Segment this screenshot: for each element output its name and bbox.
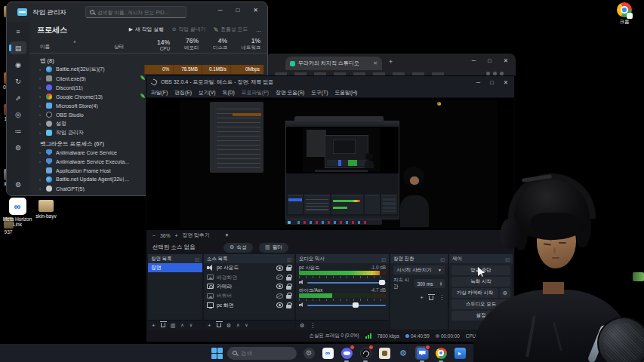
taskbar-icon-obs[interactable] [359,346,372,360]
settings-icon[interactable]: ⚙ [10,178,26,191]
lock-icon[interactable] [286,305,291,308]
maximize-button[interactable]: □ [236,7,239,14]
more-options-button[interactable]: … [256,27,261,32]
zoom-out-button[interactable]: − [153,233,156,238]
lock-icon[interactable] [286,286,291,290]
menu-docks[interactable]: 독(D) [223,89,235,97]
maximize-button[interactable]: □ [490,79,494,86]
mixer-settings-icon[interactable]: ⚙ [300,321,304,330]
search-input[interactable] [85,6,186,18]
speaker-icon[interactable] [299,302,305,308]
volume-slider[interactable] [307,305,386,306]
menu-edit[interactable]: 편집(E) [174,89,192,97]
sidebar-item-app-history[interactable]: ↻ [10,75,26,87]
sidebar-item-services[interactable]: ⚙ [10,141,26,154]
source-properties-button[interactable]: ⚙ [226,321,231,330]
taskbar-icon-meta-quest-link[interactable]: ∞ [321,346,334,360]
column-network[interactable]: 1%네트워크 [230,37,260,51]
sidebar-item-details[interactable]: ≔ [10,124,26,137]
add-transition-button[interactable]: + [420,294,424,301]
move-down-button[interactable]: ∨ [190,321,193,330]
visibility-eye-icon[interactable] [276,284,283,289]
sidebar-item-startup[interactable]: ⇗ [10,91,26,104]
menu-view[interactable]: 보기(V) [199,89,216,97]
obs-preview[interactable] [146,98,514,230]
minimize-button[interactable]: ─ [472,57,476,64]
zoom-in-button[interactable]: + [175,233,178,238]
desktop-icon-skin-file[interactable]: skin-bayv [30,200,62,219]
menu-scene-collection[interactable]: 장면 모음(S) [276,89,304,97]
minimize-button[interactable]: ─ [218,7,223,14]
lock-icon[interactable] [286,277,291,281]
source-item[interactable]: pc 사운드 [204,263,294,272]
properties-button[interactable]: ⚙속성 [223,243,253,253]
menu-profile[interactable]: 프로파일(P) [242,89,269,97]
dock-icon[interactable]: ◱ [287,256,291,262]
transition-select[interactable]: 서서히 사라지기 ▼ [393,265,445,275]
column-cpu[interactable]: 14%CPU [144,38,170,51]
lock-icon[interactable] [286,295,291,299]
source-item[interactable]: 배경화면 [204,272,294,281]
column-disk[interactable]: 4%디스크 [202,37,227,51]
spinner-arrows[interactable]: ▲▼ [439,281,442,287]
menu-tools[interactable]: 도구(T) [311,89,328,97]
filters-button[interactable]: ▥필터 [259,243,288,253]
close-button[interactable]: ✕ [504,79,508,86]
table-row[interactable]: › Battle.net(32비트)(7) 0% 78.5MB 0.1MB/s … [29,65,264,74]
visibility-eye-icon[interactable] [276,265,283,271]
close-tab-icon[interactable]: ✕ [373,60,377,66]
browser-tab[interactable]: 무라카의 치지직 스튜디오 ✕ [285,57,382,70]
column-status[interactable]: 상태 [114,44,124,51]
move-up-button[interactable]: ∧ [236,321,239,330]
dock-icon[interactable]: ◱ [381,256,386,262]
taskbar-icon-chrome[interactable] [434,346,448,360]
end-task-button[interactable]: ⊘작업 끝내기 [172,26,206,33]
duration-spinner[interactable]: 300 ms ▲▼ [414,279,445,288]
taskbar-search-input[interactable] [227,347,297,360]
efficiency-mode-button[interactable]: 효율성 모드 [214,26,248,33]
remove-source-button[interactable] [217,323,221,327]
minimize-button[interactable]: ─ [476,79,480,86]
chevron-down-icon[interactable]: ▼ [224,233,229,238]
lock-icon[interactable] [286,267,291,271]
add-source-button[interactable]: + [208,321,211,330]
taskbar-icon-notes-app[interactable] [377,346,391,360]
source-item[interactable]: pc 화면 [204,301,294,310]
add-scene-button[interactable]: + [152,321,156,330]
scene-item-selected[interactable]: 장면 [148,263,202,272]
remove-transition-button[interactable] [429,296,433,300]
desktop-icon-meta-horizon-link[interactable]: ∞ Meta Horizon Link [2,198,33,227]
menu-file[interactable]: 파일(F) [151,89,168,97]
visibility-eye-icon[interactable] [276,302,283,308]
column-name[interactable]: 이름 [40,44,50,51]
column-memory[interactable]: 76%메모리 [173,37,199,51]
move-down-button[interactable]: ∨ [245,321,248,330]
close-button[interactable]: ✕ [504,57,508,64]
taskbar-icon-gear-utility[interactable]: ⚙ [302,346,316,360]
remove-scene-button[interactable] [161,323,165,327]
group-header[interactable]: 앱 (8) [29,54,264,65]
source-item[interactable]: 버튜버 [204,291,294,300]
dock-icon[interactable]: ◱ [440,256,445,262]
start-button[interactable] [211,347,223,359]
fit-scene-label[interactable]: 장면 맞추기 [183,232,210,239]
dock-icon[interactable]: ◱ [195,256,199,262]
close-button[interactable]: ✕ [253,7,258,14]
volume-slider[interactable] [307,282,386,284]
kebab-menu-icon[interactable]: ⋮ [310,321,316,330]
sidebar-item-users[interactable]: ◎ [10,108,26,121]
taskbar-icon-settings[interactable]: ⚙ [396,346,410,360]
menu-icon[interactable]: ≡ [10,25,26,38]
visibility-eye-off-icon[interactable] [276,293,283,299]
speaker-icon[interactable] [299,280,305,285]
move-up-button[interactable]: ∧ [180,321,183,330]
visibility-eye-off-icon[interactable] [276,275,283,280]
kebab-menu-icon[interactable]: ⋮ [439,294,445,301]
sidebar-item-processes[interactable]: ▤ [10,41,26,54]
taskbar-icon-chat-app[interactable] [415,346,429,360]
sidebar-item-performance[interactable]: ◉ [10,58,26,71]
maximize-button[interactable]: □ [488,57,491,64]
scene-filters-button[interactable]: ▥ [171,321,176,330]
taskbar-icon-discord[interactable] [340,346,353,360]
new-tab-button[interactable]: + [389,58,393,66]
